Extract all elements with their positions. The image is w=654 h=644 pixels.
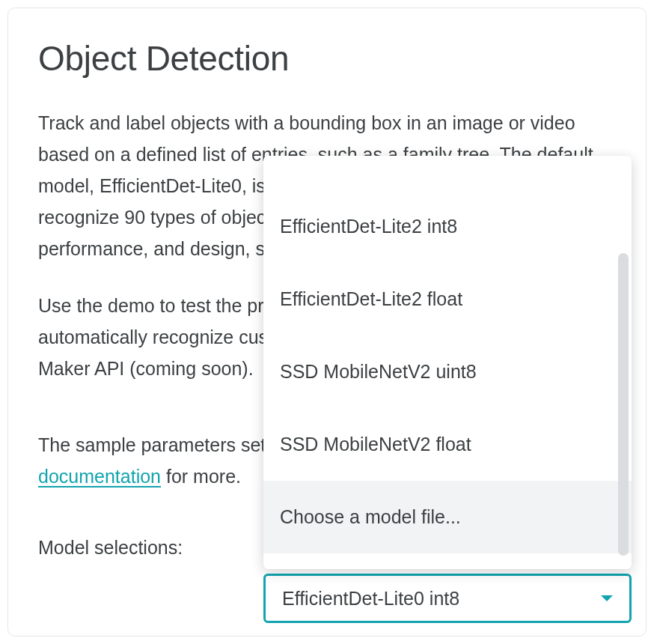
dropdown-item-label: EfficientDet-Lite2 int8 bbox=[280, 216, 457, 237]
dropdown-item-label: Choose a model file... bbox=[280, 506, 461, 528]
model-selections-label: Model selections: bbox=[38, 537, 183, 559]
model-select-value: EfficientDet-Lite0 int8 bbox=[282, 588, 601, 610]
dropdown-item[interactable]: EfficientDet-Lite0 float bbox=[263, 156, 632, 190]
dropdown-item[interactable]: SSD MobileNetV2 float bbox=[263, 408, 632, 481]
dropdown-item-label: SSD MobileNetV2 uint8 bbox=[280, 361, 477, 383]
dropdown-item-label: SSD MobileNetV2 float bbox=[280, 434, 471, 455]
documentation-link-2[interactable]: documentation bbox=[38, 466, 161, 487]
scrollbar-thumb[interactable] bbox=[618, 253, 629, 556]
page-title: Object Detection bbox=[38, 38, 616, 79]
dropdown-item-choose-file[interactable]: Choose a model file... bbox=[263, 481, 632, 553]
dropdown-item-label: EfficientDet-Lite2 float bbox=[280, 288, 462, 310]
model-select[interactable]: EfficientDet-Lite0 int8 bbox=[263, 574, 632, 623]
dropdown-item[interactable]: SSD MobileNetV2 uint8 bbox=[263, 335, 632, 408]
text: for more. bbox=[161, 466, 241, 487]
dropdown-item[interactable]: EfficientDet-Lite2 int8 bbox=[263, 190, 632, 263]
dropdown-item[interactable]: EfficientDet-Lite2 float bbox=[263, 263, 632, 335]
chevron-down-icon bbox=[601, 595, 613, 601]
dropdown-item-label: EfficientDet-Lite0 float bbox=[280, 156, 462, 160]
model-dropdown: EfficientDet-Lite0 float EfficientDet-Li… bbox=[263, 156, 632, 569]
